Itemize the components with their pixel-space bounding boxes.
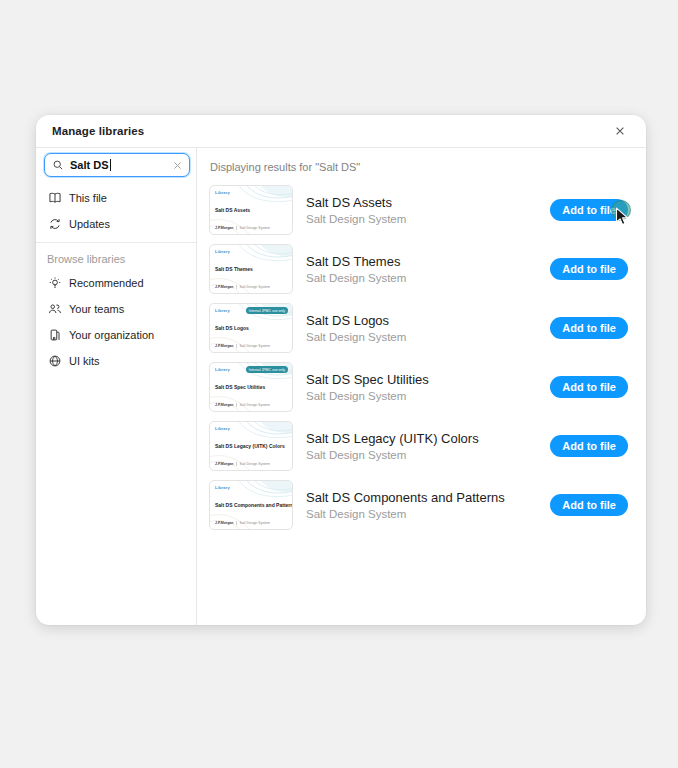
dialog-body: Salt DS This file Updates: [36, 148, 646, 625]
library-title: Salt DS Components and Patterns: [306, 490, 550, 505]
thumbnail-badge: Internal JPMC use only: [246, 366, 288, 373]
thumbnail-name: Salt DS Assets: [215, 207, 250, 213]
thumbnail-library-tag: Library: [215, 367, 230, 372]
sidebar-item-label: Updates: [69, 218, 110, 230]
library-title: Salt DS Themes: [306, 254, 550, 269]
thumbnail-footer: J.P.MorganSalt Design System: [215, 344, 270, 349]
library-thumbnail[interactable]: Library Salt DS Legacy (UITK) Colors J.P…: [209, 421, 293, 471]
clear-x-icon: [172, 160, 183, 171]
library-info: Salt DS Themes Salt Design System: [306, 254, 550, 284]
add-to-file-button[interactable]: Add to file: [550, 494, 628, 516]
add-to-file-button[interactable]: Add to file: [550, 258, 628, 280]
sidebar-item-label: Your teams: [69, 303, 124, 315]
library-row: Library Internal JPMC use only Salt DS S…: [209, 362, 628, 412]
dialog-header: Manage libraries: [36, 115, 646, 148]
thumbnail-library-tag: Library: [215, 190, 230, 195]
sidebar-item-your-teams[interactable]: Your teams: [36, 296, 196, 322]
sidebar-item-ui-kits[interactable]: UI kits: [36, 348, 196, 374]
library-subtitle: Salt Design System: [306, 213, 550, 225]
sidebar-item-label: Your organization: [69, 329, 154, 341]
thumbnail-footer: J.P.MorganSalt Design System: [215, 403, 270, 408]
thumbnail-footer: J.P.MorganSalt Design System: [215, 462, 270, 467]
library-title: Salt DS Logos: [306, 313, 550, 328]
library-title: Salt DS Legacy (UITK) Colors: [306, 431, 550, 446]
clear-search-button[interactable]: [172, 160, 183, 171]
thumbnail-footer: J.P.MorganSalt Design System: [215, 285, 270, 290]
sidebar-item-label: Recommended: [69, 277, 144, 289]
library-subtitle: Salt Design System: [306, 390, 550, 402]
search-icon: [52, 159, 64, 171]
thumbnail-footer: J.P.MorganSalt Design System: [215, 226, 270, 231]
building-icon: [47, 328, 62, 342]
library-title: Salt DS Assets: [306, 195, 550, 210]
close-button[interactable]: [610, 121, 630, 141]
library-subtitle: Salt Design System: [306, 508, 550, 520]
library-info: Salt DS Logos Salt Design System: [306, 313, 550, 343]
results-panel: Displaying results for "Salt DS" Library…: [197, 148, 646, 625]
people-icon: [47, 302, 62, 316]
library-info: Salt DS Components and Patterns Salt Des…: [306, 490, 550, 520]
thumbnail-footer: J.P.MorganSalt Design System: [215, 521, 270, 526]
library-info: Salt DS Assets Salt Design System: [306, 195, 550, 225]
open-book-icon: [47, 191, 62, 205]
results-heading: Displaying results for "Salt DS": [210, 161, 628, 173]
close-x-icon: [614, 125, 626, 137]
sidebar-divider: [36, 242, 196, 243]
library-subtitle: Salt Design System: [306, 272, 550, 284]
library-thumbnail[interactable]: Library Internal JPMC use only Salt DS S…: [209, 362, 293, 412]
sidebar-nav: This file Updates Browse libraries Recom…: [36, 185, 196, 374]
library-title: Salt DS Spec Utilities: [306, 372, 550, 387]
thumbnail-library-tag: Library: [215, 485, 230, 490]
add-to-file-button[interactable]: Add to file: [550, 317, 628, 339]
thumbnail-name: Salt DS Themes: [215, 266, 253, 272]
refresh-icon: [47, 217, 62, 231]
thumbnail-library-tag: Library: [215, 426, 230, 431]
library-subtitle: Salt Design System: [306, 331, 550, 343]
library-thumbnail[interactable]: Library Salt DS Themes J.P.MorganSalt De…: [209, 244, 293, 294]
library-thumbnail[interactable]: Library Salt DS Assets J.P.MorganSalt De…: [209, 185, 293, 235]
thumbnail-name: Salt DS Components and Patterns: [215, 502, 293, 508]
thumbnail-name: Salt DS Legacy (UITK) Colors: [215, 443, 285, 449]
thumbnail-library-tag: Library: [215, 249, 230, 254]
library-row: Library Internal JPMC use only Salt DS L…: [209, 303, 628, 353]
add-to-file-button[interactable]: Add to file: [550, 376, 628, 398]
sidebar-item-updates[interactable]: Updates: [36, 211, 196, 237]
dialog-title: Manage libraries: [52, 125, 144, 137]
add-to-file-button[interactable]: Add to file: [550, 199, 628, 221]
library-row: Library Salt DS Themes J.P.MorganSalt De…: [209, 244, 628, 294]
manage-libraries-dialog: Manage libraries Salt DS: [36, 115, 646, 625]
sidebar: Salt DS This file Updates: [36, 148, 197, 625]
sidebar-item-recommended[interactable]: Recommended: [36, 270, 196, 296]
library-info: Salt DS Legacy (UITK) Colors Salt Design…: [306, 431, 550, 461]
thumbnail-badge: Internal JPMC use only: [246, 307, 288, 314]
add-to-file-button[interactable]: Add to file: [550, 435, 628, 457]
library-subtitle: Salt Design System: [306, 449, 550, 461]
sidebar-item-your-organization[interactable]: Your organization: [36, 322, 196, 348]
lightbulb-icon: [47, 276, 62, 290]
library-row: Library Salt DS Legacy (UITK) Colors J.P…: [209, 421, 628, 471]
thumbnail-name: Salt DS Logos: [215, 325, 249, 331]
sidebar-item-this-file[interactable]: This file: [36, 185, 196, 211]
text-caret: [110, 159, 111, 171]
thumbnail-library-tag: Library: [215, 308, 230, 313]
library-row: Library Salt DS Components and Patterns …: [209, 480, 628, 530]
library-row: Library Salt DS Assets J.P.MorganSalt De…: [209, 185, 628, 235]
search-input[interactable]: Salt DS: [44, 153, 190, 177]
library-thumbnail[interactable]: Library Salt DS Components and Patterns …: [209, 480, 293, 530]
search-value: Salt DS: [70, 159, 109, 171]
sidebar-item-label: UI kits: [69, 355, 100, 367]
sidebar-section-label: Browse libraries: [36, 248, 196, 270]
library-info: Salt DS Spec Utilities Salt Design Syste…: [306, 372, 550, 402]
thumbnail-name: Salt DS Spec Utilities: [215, 384, 265, 390]
sidebar-item-label: This file: [69, 192, 107, 204]
library-thumbnail[interactable]: Library Internal JPMC use only Salt DS L…: [209, 303, 293, 353]
globe-icon: [47, 354, 62, 368]
